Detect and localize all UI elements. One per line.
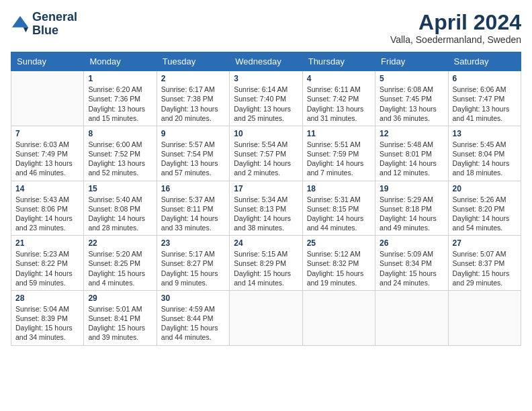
day-info: Sunrise: 5:34 AM Sunset: 8:13 PM Dayligh… bbox=[234, 195, 298, 233]
calendar-cell: 30Sunrise: 4:59 AM Sunset: 8:44 PM Dayli… bbox=[157, 290, 229, 345]
day-number: 20 bbox=[453, 184, 517, 193]
calendar-cell: 5Sunrise: 6:08 AM Sunset: 7:45 PM Daylig… bbox=[375, 71, 448, 126]
day-info: Sunrise: 5:43 AM Sunset: 8:06 PM Dayligh… bbox=[15, 195, 79, 233]
day-info: Sunrise: 5:15 AM Sunset: 8:29 PM Dayligh… bbox=[234, 249, 298, 287]
calendar-cell: 19Sunrise: 5:29 AM Sunset: 8:18 PM Dayli… bbox=[375, 181, 448, 236]
day-number: 11 bbox=[307, 129, 371, 138]
day-info: Sunrise: 5:01 AM Sunset: 8:41 PM Dayligh… bbox=[88, 304, 152, 342]
calendar-table: SundayMondayTuesdayWednesdayThursdayFrid… bbox=[11, 52, 521, 345]
day-info: Sunrise: 6:08 AM Sunset: 7:45 PM Dayligh… bbox=[380, 85, 443, 123]
calendar-cell: 17Sunrise: 5:34 AM Sunset: 8:13 PM Dayli… bbox=[230, 181, 302, 236]
month-title: April 2024 bbox=[390, 11, 521, 34]
column-header-monday: Monday bbox=[84, 52, 157, 71]
logo-icon bbox=[11, 15, 30, 34]
column-header-thursday: Thursday bbox=[302, 52, 375, 71]
calendar-week-row: 14Sunrise: 5:43 AM Sunset: 8:06 PM Dayli… bbox=[11, 181, 521, 236]
svg-marker-1 bbox=[24, 27, 28, 32]
day-number: 3 bbox=[234, 74, 298, 83]
calendar-cell: 18Sunrise: 5:31 AM Sunset: 8:15 PM Dayli… bbox=[302, 181, 375, 236]
day-number: 24 bbox=[234, 238, 298, 248]
day-number: 10 bbox=[234, 129, 298, 138]
day-info: Sunrise: 6:14 AM Sunset: 7:40 PM Dayligh… bbox=[234, 85, 298, 123]
day-number: 22 bbox=[88, 238, 152, 248]
day-number: 1 bbox=[88, 74, 152, 83]
calendar-cell: 11Sunrise: 5:51 AM Sunset: 7:59 PM Dayli… bbox=[302, 126, 375, 181]
calendar-cell: 6Sunrise: 6:06 AM Sunset: 7:47 PM Daylig… bbox=[448, 71, 521, 126]
day-info: Sunrise: 5:48 AM Sunset: 8:01 PM Dayligh… bbox=[380, 140, 443, 178]
calendar-cell: 28Sunrise: 5:04 AM Sunset: 8:39 PM Dayli… bbox=[11, 290, 84, 345]
day-info: Sunrise: 5:26 AM Sunset: 8:20 PM Dayligh… bbox=[453, 195, 517, 233]
day-info: Sunrise: 5:07 AM Sunset: 8:37 PM Dayligh… bbox=[453, 249, 517, 287]
day-number: 19 bbox=[380, 184, 443, 193]
calendar-cell: 21Sunrise: 5:23 AM Sunset: 8:22 PM Dayli… bbox=[11, 236, 84, 291]
calendar-week-row: 1Sunrise: 6:20 AM Sunset: 7:36 PM Daylig… bbox=[11, 71, 521, 126]
day-info: Sunrise: 6:06 AM Sunset: 7:47 PM Dayligh… bbox=[453, 85, 517, 123]
day-info: Sunrise: 5:45 AM Sunset: 8:04 PM Dayligh… bbox=[453, 140, 517, 178]
logo-text: General Blue bbox=[32, 11, 77, 38]
day-info: Sunrise: 6:00 AM Sunset: 7:52 PM Dayligh… bbox=[88, 140, 152, 178]
day-info: Sunrise: 5:17 AM Sunset: 8:27 PM Dayligh… bbox=[161, 249, 225, 287]
calendar-week-row: 7Sunrise: 6:03 AM Sunset: 7:49 PM Daylig… bbox=[11, 126, 521, 181]
day-info: Sunrise: 5:57 AM Sunset: 7:54 PM Dayligh… bbox=[161, 140, 225, 178]
calendar-cell: 29Sunrise: 5:01 AM Sunset: 8:41 PM Dayli… bbox=[84, 290, 157, 345]
calendar-cell bbox=[448, 290, 521, 345]
day-info: Sunrise: 5:51 AM Sunset: 7:59 PM Dayligh… bbox=[307, 140, 371, 178]
day-number: 27 bbox=[453, 238, 517, 248]
calendar-cell: 3Sunrise: 6:14 AM Sunset: 7:40 PM Daylig… bbox=[230, 71, 302, 126]
calendar-cell: 26Sunrise: 5:09 AM Sunset: 8:34 PM Dayli… bbox=[375, 236, 448, 291]
calendar-cell: 1Sunrise: 6:20 AM Sunset: 7:36 PM Daylig… bbox=[84, 71, 157, 126]
day-number: 28 bbox=[15, 293, 79, 303]
calendar-cell bbox=[230, 290, 302, 345]
day-info: Sunrise: 5:12 AM Sunset: 8:32 PM Dayligh… bbox=[307, 249, 371, 287]
column-header-sunday: Sunday bbox=[11, 52, 84, 71]
day-number: 9 bbox=[161, 129, 225, 138]
location-subtitle: Valla, Soedermanland, Sweden bbox=[390, 34, 521, 45]
day-number: 17 bbox=[234, 184, 298, 193]
header: General Blue April 2024 Valla, Soederman… bbox=[11, 11, 521, 45]
day-info: Sunrise: 5:23 AM Sunset: 8:22 PM Dayligh… bbox=[15, 249, 79, 287]
calendar-cell: 9Sunrise: 5:57 AM Sunset: 7:54 PM Daylig… bbox=[157, 126, 229, 181]
calendar-cell: 24Sunrise: 5:15 AM Sunset: 8:29 PM Dayli… bbox=[230, 236, 302, 291]
calendar-header-row: SundayMondayTuesdayWednesdayThursdayFrid… bbox=[11, 52, 521, 71]
day-info: Sunrise: 5:31 AM Sunset: 8:15 PM Dayligh… bbox=[307, 195, 371, 233]
day-info: Sunrise: 5:04 AM Sunset: 8:39 PM Dayligh… bbox=[15, 304, 79, 342]
day-number: 8 bbox=[88, 129, 152, 138]
day-info: Sunrise: 5:54 AM Sunset: 7:57 PM Dayligh… bbox=[234, 140, 298, 178]
day-number: 5 bbox=[380, 74, 443, 83]
svg-marker-0 bbox=[12, 16, 28, 28]
day-info: Sunrise: 5:29 AM Sunset: 8:18 PM Dayligh… bbox=[380, 195, 443, 233]
calendar-cell bbox=[375, 290, 448, 345]
day-number: 14 bbox=[15, 184, 79, 193]
day-number: 2 bbox=[161, 74, 225, 83]
calendar-cell bbox=[302, 290, 375, 345]
day-number: 16 bbox=[161, 184, 225, 193]
calendar-cell: 15Sunrise: 5:40 AM Sunset: 8:08 PM Dayli… bbox=[84, 181, 157, 236]
calendar-cell: 14Sunrise: 5:43 AM Sunset: 8:06 PM Dayli… bbox=[11, 181, 84, 236]
day-info: Sunrise: 5:09 AM Sunset: 8:34 PM Dayligh… bbox=[380, 249, 443, 287]
calendar-cell: 22Sunrise: 5:20 AM Sunset: 8:25 PM Dayli… bbox=[84, 236, 157, 291]
calendar-week-row: 21Sunrise: 5:23 AM Sunset: 8:22 PM Dayli… bbox=[11, 236, 521, 291]
day-info: Sunrise: 6:17 AM Sunset: 7:38 PM Dayligh… bbox=[161, 85, 225, 123]
calendar-cell: 8Sunrise: 6:00 AM Sunset: 7:52 PM Daylig… bbox=[84, 126, 157, 181]
day-number: 26 bbox=[380, 238, 443, 248]
calendar-cell bbox=[11, 71, 84, 126]
day-number: 7 bbox=[15, 129, 79, 138]
calendar-week-row: 28Sunrise: 5:04 AM Sunset: 8:39 PM Dayli… bbox=[11, 290, 521, 345]
day-number: 6 bbox=[453, 74, 517, 83]
day-number: 23 bbox=[161, 238, 225, 248]
day-number: 12 bbox=[380, 129, 443, 138]
day-info: Sunrise: 5:40 AM Sunset: 8:08 PM Dayligh… bbox=[88, 195, 152, 233]
calendar-cell: 25Sunrise: 5:12 AM Sunset: 8:32 PM Dayli… bbox=[302, 236, 375, 291]
column-header-tuesday: Tuesday bbox=[157, 52, 229, 71]
day-info: Sunrise: 5:37 AM Sunset: 8:11 PM Dayligh… bbox=[161, 195, 225, 233]
day-number: 29 bbox=[88, 293, 152, 303]
calendar-cell: 10Sunrise: 5:54 AM Sunset: 7:57 PM Dayli… bbox=[230, 126, 302, 181]
title-area: April 2024 Valla, Soedermanland, Sweden bbox=[390, 11, 521, 45]
day-info: Sunrise: 6:20 AM Sunset: 7:36 PM Dayligh… bbox=[88, 85, 152, 123]
calendar-cell: 23Sunrise: 5:17 AM Sunset: 8:27 PM Dayli… bbox=[157, 236, 229, 291]
day-info: Sunrise: 6:11 AM Sunset: 7:42 PM Dayligh… bbox=[307, 85, 371, 123]
day-number: 25 bbox=[307, 238, 371, 248]
calendar-cell: 7Sunrise: 6:03 AM Sunset: 7:49 PM Daylig… bbox=[11, 126, 84, 181]
day-number: 21 bbox=[15, 238, 79, 248]
column-header-wednesday: Wednesday bbox=[230, 52, 302, 71]
